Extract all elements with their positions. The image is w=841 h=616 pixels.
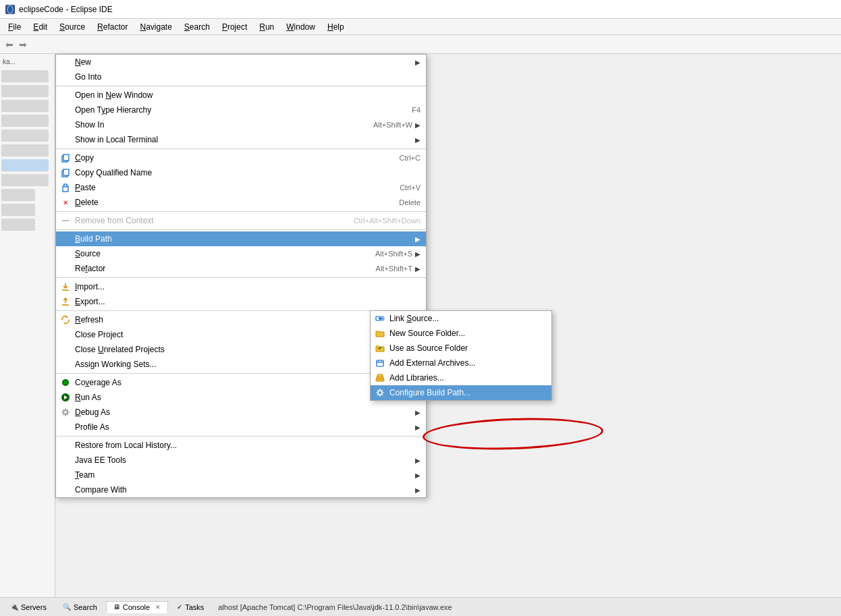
menu-window[interactable]: Window: [281, 21, 321, 33]
tasks-icon: ✓: [177, 603, 182, 611]
tab-tasks-label: Tasks: [185, 603, 204, 611]
menu-file[interactable]: File: [3, 21, 26, 33]
menu-item-team[interactable]: Team ▶: [56, 468, 426, 482]
sidebar-item[interactable]: [1, 85, 49, 97]
close-console-icon[interactable]: ✕: [155, 604, 161, 611]
sidebar: ka...: [0, 54, 55, 597]
menu-item-profileas[interactable]: Profile As ▶: [56, 420, 426, 435]
svg-rect-27: [377, 374, 383, 377]
sidebar-item[interactable]: [1, 100, 49, 112]
separator: [56, 229, 426, 230]
annotation-red-circle: [422, 415, 603, 452]
servers-icon: 🔌: [10, 603, 18, 611]
submenu-item-useasourcefolder[interactable]: Use as Source Folder: [371, 341, 551, 356]
menu-navigate[interactable]: Navigate: [134, 21, 177, 33]
menu-item-debugas[interactable]: Debug As ▶: [56, 405, 426, 420]
menu-item-refactor[interactable]: Refactor Alt+Shift+T ▶: [56, 261, 426, 276]
menu-item-copyqualifiedname[interactable]: Copy Qualified Name: [56, 165, 426, 180]
sidebar-item[interactable]: [1, 130, 49, 142]
toolbar: ⬅ ➡: [0, 35, 841, 54]
context-menu: New ▶ Go Into Open in New Window Open Ty…: [55, 54, 427, 498]
separator: [56, 148, 426, 149]
eclipse-icon: [5, 5, 15, 14]
svg-rect-8: [62, 220, 69, 221]
menu-item-new[interactable]: New ▶: [56, 55, 426, 69]
submenu-item-addlibraries[interactable]: Add Libraries...: [371, 370, 551, 385]
menu-item-restorefromlocalhistory[interactable]: Restore from Local History...: [56, 438, 426, 453]
menu-item-gointo[interactable]: Go Into: [56, 69, 426, 84]
copy-icon: [60, 152, 71, 163]
configurebuildpath-icon: [375, 387, 385, 398]
sidebar-item[interactable]: [1, 144, 49, 157]
sidebar-item[interactable]: [1, 174, 49, 186]
menu-item-buildpath[interactable]: Build Path ▶: [56, 231, 426, 246]
menu-item-paste[interactable]: Paste Ctrl+V: [56, 180, 426, 195]
sidebar-item[interactable]: [1, 70, 49, 82]
menu-item-openinnewwindow[interactable]: Open in New Window: [56, 88, 426, 103]
svg-point-16: [63, 410, 67, 414]
addlibraries-icon: [375, 372, 385, 383]
menu-search[interactable]: Search: [179, 21, 215, 33]
tab-servers[interactable]: 🔌 Servers: [3, 601, 54, 613]
console-icon: 🖥: [113, 603, 120, 611]
submenu-item-configurebuildpath[interactable]: Configure Build Path...: [371, 385, 551, 400]
tab-tasks[interactable]: ✓ Tasks: [169, 601, 211, 613]
tab-console[interactable]: 🖥 Console ✕: [106, 601, 168, 613]
svg-point-28: [378, 391, 382, 395]
svg-rect-5: [63, 169, 69, 175]
menu-item-removefromcontext[interactable]: Remove from Context Ctrl+Alt+Shift+Down: [56, 213, 426, 228]
menu-run[interactable]: Run: [254, 21, 279, 33]
menu-item-copy[interactable]: Copy Ctrl+C: [56, 150, 426, 165]
sidebar-item-active[interactable]: [1, 159, 49, 171]
title-text: eclipseCode - Eclipse IDE: [19, 5, 113, 14]
title-bar: eclipseCode - Eclipse IDE: [0, 0, 841, 19]
paste-icon: [60, 182, 71, 193]
menu-item-import[interactable]: Import...: [56, 279, 426, 294]
menu-refactor[interactable]: Refactor: [92, 21, 133, 33]
search-icon: 🔍: [63, 603, 71, 611]
tab-console-label: Console: [123, 603, 150, 611]
separator: [56, 277, 426, 278]
menu-bar: File Edit Source Refactor Navigate Searc…: [0, 19, 841, 35]
remove-icon: [60, 215, 71, 226]
menu-source[interactable]: Source: [54, 21, 90, 33]
export-icon: [60, 296, 71, 307]
menu-project[interactable]: Project: [217, 21, 252, 33]
svg-rect-3: [63, 155, 69, 161]
menu-item-opentypehierarchy[interactable]: Open Type Hierarchy F4: [56, 103, 426, 117]
linksource-icon: [375, 313, 385, 324]
menu-item-delete[interactable]: ✕ Delete Delete: [56, 195, 426, 210]
toolbar-forward-icon[interactable]: ➡: [16, 38, 30, 51]
addexternalarchives-icon: [375, 358, 385, 368]
separator: [56, 436, 426, 437]
tab-search[interactable]: 🔍 Search: [55, 601, 105, 613]
menu-item-javaeetools[interactable]: Java EE Tools ▶: [56, 453, 426, 468]
separator: [56, 211, 426, 212]
menu-help[interactable]: Help: [322, 21, 350, 33]
menu-item-comparewith[interactable]: Compare With ▶: [56, 482, 426, 497]
useasource-icon: [375, 343, 385, 354]
separator: [56, 86, 426, 86]
submenu-item-newsourcefolder[interactable]: New Source Folder...: [371, 326, 551, 341]
menu-item-showin[interactable]: Show In Alt+Shift+W ▶: [56, 117, 426, 132]
copy2-icon: [60, 167, 71, 178]
submenu-item-addexternalarchives[interactable]: Add External Archives...: [371, 356, 551, 370]
toolbar-back-icon[interactable]: ⬅: [3, 38, 16, 51]
tab-servers-label: Servers: [21, 603, 47, 611]
sidebar-item[interactable]: [1, 219, 35, 231]
newsourcefolder-icon: [375, 328, 385, 339]
delete-icon: ✕: [60, 197, 71, 208]
status-text: alhost [Apache Tomcat] C:\Program Files\…: [218, 603, 452, 611]
menu-item-showinlocalterminal[interactable]: Show in Local Terminal ▶: [56, 132, 426, 147]
run-icon: [60, 392, 71, 403]
menu-item-export[interactable]: Export...: [56, 294, 426, 309]
submenu-item-linksource[interactable]: Link Source...: [371, 311, 551, 326]
debug-icon: [60, 407, 71, 418]
sidebar-item[interactable]: [1, 189, 35, 201]
sidebar-item[interactable]: [1, 204, 35, 216]
menu-item-source[interactable]: Source Alt+Shift+S ▶: [56, 246, 426, 261]
refresh-icon: [60, 314, 71, 325]
sidebar-item[interactable]: [1, 115, 49, 127]
menu-edit[interactable]: Edit: [28, 21, 53, 33]
sidebar-label: ka...: [1, 57, 53, 67]
